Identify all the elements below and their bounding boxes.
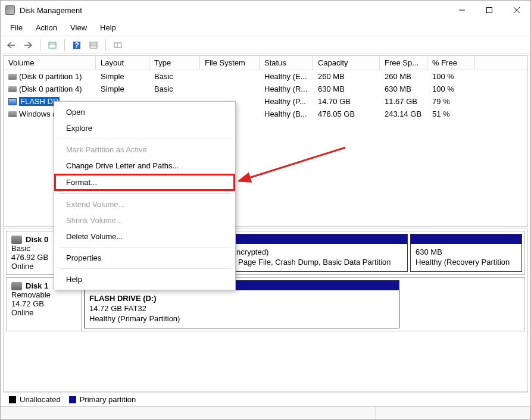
titlebar: Disk Management	[1, 1, 530, 20]
cell: 243.14 GB	[380, 108, 427, 120]
menu-item-extend-volume: Extend Volume...	[54, 196, 235, 212]
column-header[interactable]: Volume	[4, 56, 96, 70]
menu-item-properties[interactable]: Properties	[54, 250, 235, 266]
primary-label: Primary partition	[80, 395, 136, 404]
menu-item-open[interactable]: Open	[54, 104, 235, 120]
toolbar: ?	[1, 36, 530, 54]
svg-rect-8	[90, 42, 97, 48]
menu-view[interactable]: View	[64, 21, 93, 35]
cell: Healthy (B...	[260, 108, 313, 120]
cell: 11.67 GB	[380, 96, 427, 107]
disk-icon	[11, 282, 22, 290]
cell: 476.05 GB	[313, 108, 380, 120]
menu-separator	[59, 268, 230, 269]
cell: 51 %	[427, 108, 475, 120]
cell: 630 MB	[313, 83, 380, 95]
forward-button[interactable]	[21, 38, 35, 52]
menu-item-shrink-volume: Shrink Volume...	[54, 212, 235, 228]
column-header[interactable]: Free Sp...	[380, 56, 427, 70]
cell: Healthy (R...	[260, 83, 313, 95]
statusbar	[1, 406, 530, 419]
unallocated-label: Unallocated	[20, 395, 61, 404]
disk-icon	[8, 74, 17, 80]
detail-view-icon[interactable]	[111, 38, 125, 52]
partition-bar	[411, 234, 521, 244]
menu-item-explore[interactable]: Explore	[54, 120, 235, 136]
menu-help[interactable]: Help	[94, 21, 122, 35]
list-view-icon[interactable]	[86, 38, 101, 52]
minimize-button[interactable]	[448, 1, 476, 20]
menu-item-format[interactable]: Format...	[54, 174, 235, 191]
properties-icon[interactable]	[45, 38, 60, 52]
cell: Basic	[149, 71, 200, 82]
menu-item-change-drive-letter-and-paths[interactable]: Change Drive Letter and Paths...	[54, 158, 235, 174]
svg-text:?: ?	[74, 40, 79, 49]
cell: (Disk 0 partition 1)	[4, 71, 96, 82]
table-row[interactable]: (Disk 0 partition 4)SimpleBasicHealthy (…	[4, 83, 527, 95]
cell: Simple	[96, 83, 149, 95]
cell: 100 %	[427, 83, 475, 95]
svg-rect-1	[487, 8, 492, 13]
column-header[interactable]: File System	[200, 56, 260, 70]
cell: 14.70 GB	[313, 96, 380, 107]
back-button[interactable]	[4, 38, 18, 52]
cell: 79 %	[427, 96, 475, 107]
primary-swatch	[69, 396, 76, 403]
disk-icon	[8, 86, 17, 92]
menu-separator	[59, 193, 230, 194]
volume-icon	[8, 98, 17, 105]
cell: 260 MB	[313, 71, 380, 82]
column-header[interactable]: Capacity	[313, 56, 380, 70]
column-header[interactable]: Layout	[96, 56, 149, 70]
column-headers[interactable]: VolumeLayoutTypeFile SystemStatusCapacit…	[4, 56, 527, 70]
menu-action[interactable]: Action	[30, 21, 63, 35]
cell: Basic	[149, 83, 200, 95]
cell: 260 MB	[380, 71, 427, 82]
svg-rect-4	[49, 42, 56, 48]
cell: (Disk 0 partition 4)	[4, 83, 96, 95]
help-icon[interactable]: ?	[70, 38, 84, 52]
column-header[interactable]: Type	[149, 56, 200, 70]
unallocated-swatch	[9, 396, 16, 403]
legend: Unallocated Primary partition	[3, 392, 528, 406]
cell: Healthy (P...	[260, 96, 313, 107]
menu-item-help[interactable]: Help	[54, 271, 235, 287]
column-header[interactable]: Status	[260, 56, 313, 70]
cell: Simple	[96, 71, 149, 82]
table-row[interactable]: (Disk 0 partition 1)SimpleBasicHealthy (…	[4, 70, 527, 83]
column-header[interactable]: % Free	[427, 56, 475, 70]
menu-item-delete-volume[interactable]: Delete Volume...	[54, 228, 235, 245]
cell	[200, 88, 260, 90]
maximize-button[interactable]	[476, 1, 503, 20]
menu-item-mark-partition-as-active: Mark Partition as Active	[54, 142, 235, 158]
menu-file[interactable]: File	[4, 21, 29, 35]
menubar: FileActionViewHelp	[1, 20, 530, 36]
menu-separator	[59, 247, 230, 247]
cell: 100 %	[427, 71, 475, 82]
close-button[interactable]	[503, 1, 530, 20]
disk-icon	[11, 236, 22, 244]
app-icon	[5, 5, 15, 15]
disk-icon	[8, 111, 17, 117]
cell: Healthy (E...	[260, 71, 313, 82]
volume-context-menu: OpenExploreMark Partition as ActiveChang…	[54, 101, 236, 290]
cell: 630 MB	[380, 83, 427, 95]
cell	[200, 76, 260, 78]
partition[interactable]: 630 MBHealthy (Recovery Partition	[410, 234, 522, 272]
window-title: Disk Management	[20, 6, 448, 15]
svg-rect-11	[114, 43, 121, 48]
menu-separator	[59, 139, 230, 139]
